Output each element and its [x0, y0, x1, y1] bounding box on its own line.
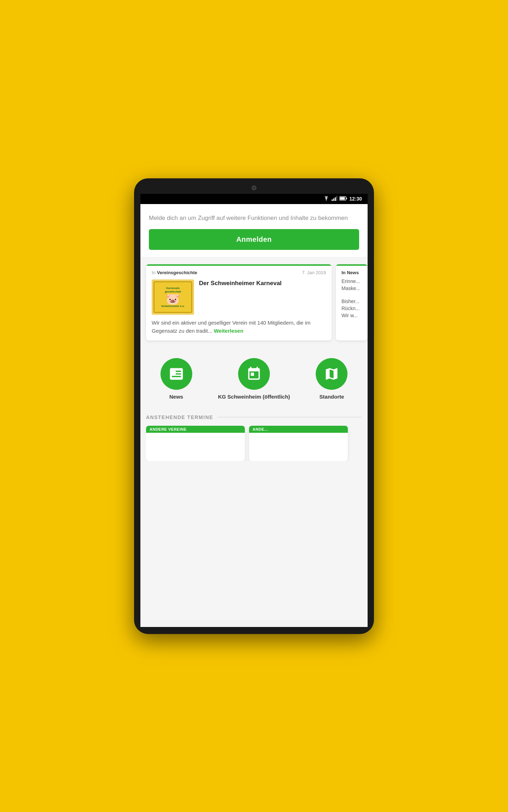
partial-excerpt: Bisher...Rückn...Wir w... [341, 298, 362, 319]
map-icon [324, 366, 339, 382]
article-card-1[interactable]: InVereinsgeschichte 7. Jan 2019 Karneval… [146, 264, 332, 340]
weiterlesen-link[interactable]: Weiterlesen [214, 328, 243, 334]
article-excerpt-1: Wir sind ein aktiver und geselliger Vere… [152, 319, 326, 335]
battery-icon [339, 196, 347, 202]
phone-camera [252, 185, 256, 190]
nav-circle-standorte [316, 358, 347, 390]
articles-section: InVereinsgeschichte 7. Jan 2019 Karneval… [140, 257, 368, 347]
nav-label-kg: KG Schweinheim (öffentlich) [218, 393, 290, 400]
clock: 12:30 [349, 196, 362, 202]
article-title-1: Der Schweinheimer Karneval [199, 279, 326, 287]
events-divider [217, 417, 362, 417]
event-card-body-1 [146, 433, 245, 461]
svg-rect-5 [346, 198, 347, 199]
event-tag-2: ANDE... [249, 426, 348, 433]
svg-rect-6 [340, 197, 345, 200]
svg-rect-3 [337, 196, 338, 201]
calendar-icon [246, 366, 262, 382]
kg-schweinheim-text: Schweinheim e.v. [161, 304, 185, 308]
svg-rect-0 [332, 199, 333, 201]
article-card-2-partial[interactable]: In News Erinne...Maske... Bisher...Rückn… [336, 264, 368, 340]
kg-pig-icon: 🐷 [166, 293, 180, 304]
svg-rect-2 [335, 197, 336, 201]
events-section: ANSTEHENDE TERMINE ANDERE VEREINE ANDE..… [140, 407, 368, 468]
anmelden-button[interactable]: Anmelden [149, 229, 359, 250]
status-bar: 12:30 [140, 194, 368, 204]
login-text: Melde dich an um Zugriff auf weitere Fun… [149, 214, 359, 222]
event-card-2[interactable]: ANDE... [249, 426, 348, 461]
nav-circle-news [161, 358, 192, 390]
status-icons: 12:30 [323, 196, 362, 202]
nav-circle-kg [238, 358, 270, 390]
svg-rect-1 [333, 198, 334, 201]
event-cards: ANDERE VEREINE ANDE... [146, 426, 362, 461]
article-top-1: Karnevalsgesellschaft 🐷 Schweinheim e.v.… [152, 279, 326, 315]
nav-icons: News KG Schweinheim (öffentlich) [140, 347, 368, 407]
nav-label-standorte: Standorte [319, 393, 344, 400]
article-image-1: Karnevalsgesellschaft 🐷 Schweinheim e.v. [152, 279, 194, 315]
article-meta-1: InVereinsgeschichte 7. Jan 2019 [152, 270, 326, 275]
signal-icon [332, 196, 337, 202]
article-title-area-1: Der Schweinheimer Karneval [199, 279, 326, 315]
phone-wrapper: 12:30 Melde dich an um Zugriff auf weite… [134, 178, 374, 634]
events-header: ANSTEHENDE TERMINE [146, 414, 362, 420]
nav-label-news: News [169, 393, 183, 400]
event-card-1[interactable]: ANDERE VEREINE [146, 426, 245, 461]
phone-frame: 12:30 Melde dich an um Zugriff auf weite… [134, 178, 374, 634]
wifi-icon [323, 196, 329, 202]
event-tag-1: ANDERE VEREINE [146, 426, 245, 433]
article-category-1: InVereinsgeschichte [152, 270, 197, 275]
news-icon [169, 366, 184, 382]
partial-category: In News [341, 270, 359, 275]
kg-logo: Karnevalsgesellschaft 🐷 Schweinheim e.v. [153, 281, 192, 313]
nav-item-news[interactable]: News [161, 358, 192, 400]
article-date-1: 7. Jan 2019 [302, 270, 326, 275]
svg-rect-7 [172, 371, 176, 375]
nav-item-standorte[interactable]: Standorte [316, 358, 347, 400]
screen: Melde dich an um Zugriff auf weitere Fun… [140, 204, 368, 627]
login-banner: Melde dich an um Zugriff auf weitere Fun… [140, 204, 368, 258]
partial-meta: In News [341, 270, 362, 275]
event-card-body-2 [249, 433, 348, 461]
nav-item-kg[interactable]: KG Schweinheim (öffentlich) [218, 358, 290, 400]
partial-title: Erinne...Maske... [341, 278, 362, 292]
events-title: ANSTEHENDE TERMINE [146, 414, 213, 420]
